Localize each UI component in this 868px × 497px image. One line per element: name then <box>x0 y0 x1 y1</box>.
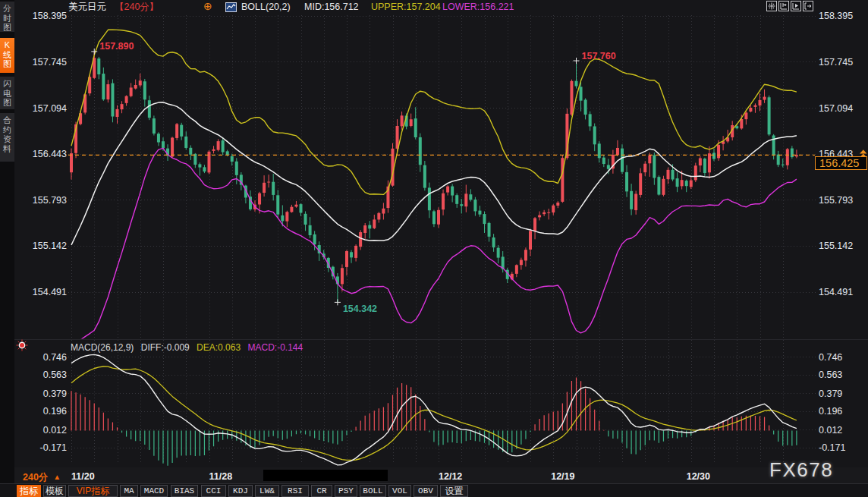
macd-axis-label: 0.196 <box>43 406 67 417</box>
sidebar-item-char: 分 <box>0 4 14 14</box>
go-latest-icon[interactable] <box>803 1 813 11</box>
sidebar-item-char: 资 <box>0 134 14 144</box>
boll-upper-line <box>71 30 797 194</box>
symbol-title: 美元日元 <box>68 2 106 12</box>
sidebar-item-char: 约 <box>0 125 14 135</box>
grid <box>68 15 816 464</box>
period-selector[interactable]: 240分▲ <box>23 471 61 484</box>
annotation-high: 157.890 <box>91 41 134 55</box>
x-axis-date: 12/30 <box>687 471 710 482</box>
macd-axis-label: 0.563 <box>819 370 842 380</box>
boll-mid-value: MID:156.712 <box>304 2 359 12</box>
macd-dea-line <box>71 366 797 461</box>
price-axis-label: 155.142 <box>33 241 67 251</box>
sidebar-item-kline[interactable]: K线图 <box>0 38 14 73</box>
macd-axis-label: 0.379 <box>819 388 842 399</box>
watermark: FX678 <box>769 458 833 482</box>
tab-kdj[interactable]: KDJ <box>228 485 253 497</box>
macd-axis-label: 0.012 <box>819 425 842 436</box>
sidebar-item-char: 电 <box>0 89 14 99</box>
chart-header: 美元日元 【240分】 ⊕ BOLL(20,2) MID:156.712 UPP… <box>0 0 868 14</box>
x-axis-date: 11/20 <box>71 471 95 482</box>
tab-rsi[interactable]: RSI <box>281 485 309 497</box>
price-axis-label: 154.491 <box>33 287 67 297</box>
sidebar-item-char: K <box>0 40 14 50</box>
macd-axis-label: 0.563 <box>43 370 67 380</box>
sidebar-item-char: 料 <box>0 144 14 154</box>
x-axis-date: 11/28 <box>209 471 233 482</box>
boll-lower-value: LOWER:156.221 <box>442 2 514 12</box>
tab-psy[interactable]: PSY <box>335 485 357 497</box>
sidebar-item-char: 线 <box>0 50 14 60</box>
macd-diff-line <box>71 354 797 465</box>
move-icon[interactable] <box>766 1 777 11</box>
price-axis-labels: 158.395158.395157.745157.745157.094157.0… <box>33 11 853 453</box>
sidebar-item-char: 合 <box>0 115 14 125</box>
record-icon[interactable] <box>16 339 28 351</box>
annotation-label: 157.890 <box>99 41 134 52</box>
kline-chart-icon <box>225 2 237 12</box>
sidebar-item-char: 图 <box>0 23 14 33</box>
auto-scale-icon[interactable] <box>791 1 801 11</box>
boll-indicator-label: BOLL(20,2) <box>241 2 291 12</box>
price-axis-label: 154.491 <box>819 287 853 297</box>
tab-[interactable]: 指标 <box>17 485 41 497</box>
trading-chart-app: 158.395158.395157.745157.745157.094157.0… <box>0 0 868 497</box>
sidebar-item-char: 时 <box>0 14 14 24</box>
sidebar-item-lightning[interactable]: 闪电图 <box>0 77 14 109</box>
chart-toolbar <box>766 1 813 11</box>
macd-macd-value: MACD:-0.144 <box>247 342 303 353</box>
macd-axis-label: 0.746 <box>43 352 67 363</box>
price-axis-label: 157.745 <box>819 57 853 68</box>
price-axis-label: 155.793 <box>819 195 853 206</box>
tab-boll[interactable]: BOLL <box>360 485 386 497</box>
price-axis-label: 155.793 <box>33 195 67 206</box>
sidebar-item-contract[interactable]: 合约资料 <box>0 113 14 162</box>
time-axis-row: 240分▲ 11/2011/2812/1212/1912/30 <box>14 467 868 483</box>
price-axis-label: 155.142 <box>819 241 853 251</box>
current-price-box: 156.425 <box>815 156 867 170</box>
price-axis-label: 157.745 <box>33 57 67 68</box>
macd-title: MACD(26,12,9) <box>71 342 134 353</box>
tab-vip[interactable]: VIP指标 <box>68 485 118 497</box>
tab-bias[interactable]: BIAS <box>171 485 198 497</box>
macd-axis-label: 0.379 <box>43 388 67 399</box>
macd-dea-value: DEA:0.063 <box>197 342 241 353</box>
tab-ma[interactable]: MA <box>120 485 138 497</box>
annotation-high: 157.760 <box>574 51 616 64</box>
macd-diff-value: DIFF:-0.009 <box>141 342 190 353</box>
indicator-tabbar: 指标模板VIP指标MAMACDBIASCCIKDJLW&RSICRPSYBOLL… <box>0 483 868 497</box>
tab-lw[interactable]: LW& <box>255 485 279 497</box>
macd-axis-label: 0.196 <box>819 406 842 417</box>
tab-[interactable]: 设置 <box>440 485 468 497</box>
sidebar-item-char: 闪 <box>0 79 14 89</box>
x-axis-date: 12/19 <box>551 471 574 482</box>
macd-histogram <box>71 378 797 466</box>
tab-[interactable]: 模板 <box>43 485 66 497</box>
chart-canvas[interactable]: 158.395158.395157.745157.745157.094157.0… <box>0 0 868 497</box>
sidebar-item-char: 图 <box>0 59 14 69</box>
macd-axis-label: -0.171 <box>40 442 67 453</box>
tab-cci[interactable]: CCI <box>201 485 226 497</box>
macd-axis-label: 0.012 <box>43 425 67 436</box>
x-axis-date: 12/12 <box>439 471 462 482</box>
chart-type-sidebar: 分时图K线图闪电图合约资料 <box>0 0 14 497</box>
fit-width-icon[interactable] <box>778 1 789 11</box>
tab-obv[interactable]: OBV <box>414 485 438 497</box>
macd-axis-label: -0.171 <box>819 442 845 453</box>
sidebar-item-timeshare[interactable]: 分时图 <box>0 2 14 32</box>
circle-plus-icon[interactable]: ⊕ <box>203 1 212 11</box>
annotation-label: 157.760 <box>582 51 616 61</box>
annotation-low: 154.342 <box>335 299 377 314</box>
current-price-value: 156.425 <box>819 157 859 169</box>
tab-vol[interactable]: VOL <box>388 485 411 497</box>
annotation-label: 154.342 <box>343 304 377 314</box>
macd-header: MACD(26,12,9) DIFF:-0.009 DEA:0.063 MACD… <box>71 342 307 353</box>
price-axis-label: 157.094 <box>33 103 67 114</box>
time-scrollbar[interactable] <box>263 470 388 481</box>
tab-macd[interactable]: MACD <box>140 485 168 497</box>
macd-axis-label: 0.746 <box>819 352 842 363</box>
price-axis-label: 157.094 <box>819 103 853 114</box>
period-tag: 【240分】 <box>115 2 159 12</box>
tab-cr[interactable]: CR <box>311 485 332 497</box>
